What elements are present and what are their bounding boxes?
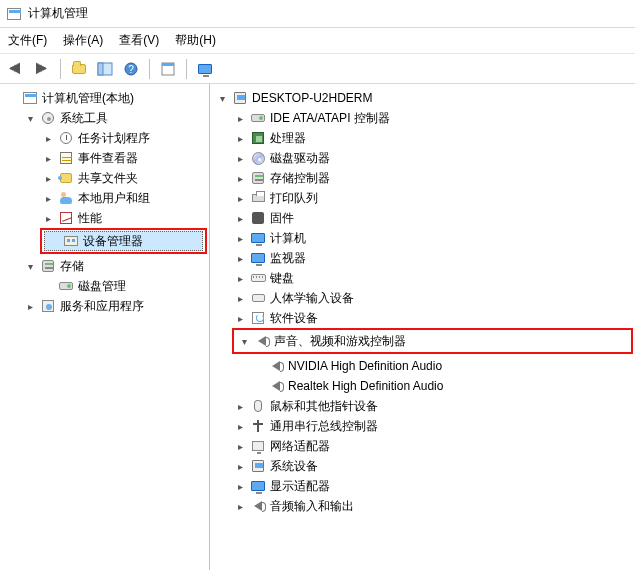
tree-storage[interactable]: ▾ 存储 <box>22 256 207 276</box>
tree-local-users[interactable]: ▸ 本地用户和组 <box>40 188 207 208</box>
tree-label: 任务计划程序 <box>78 130 150 147</box>
tree-root[interactable]: ▾ 计算机管理(本地) <box>4 88 207 108</box>
chevron-right-icon[interactable]: ▸ <box>234 480 246 492</box>
chevron-right-icon[interactable]: ▸ <box>234 500 246 512</box>
nav-forward-button[interactable]: ⯈ <box>30 58 54 80</box>
cat-cdrom[interactable]: ▸ 磁盘驱动器 <box>232 148 633 168</box>
cat-ide[interactable]: ▸ IDE ATA/ATAPI 控制器 <box>232 108 633 128</box>
nav-back-button[interactable]: ⯇ <box>4 58 28 80</box>
menu-action[interactable]: 操作(A) <box>63 32 103 49</box>
tree-label: 磁盘管理 <box>78 278 126 295</box>
cat-keyboard[interactable]: ▸ 键盘 <box>232 268 633 288</box>
menu-view[interactable]: 查看(V) <box>119 32 159 49</box>
cat-label: 固件 <box>270 210 294 227</box>
share-icon <box>58 170 74 186</box>
chevron-right-icon[interactable]: ▸ <box>234 400 246 412</box>
tree-disk-management[interactable]: ▸ 磁盘管理 <box>40 276 207 296</box>
chevron-right-icon[interactable]: ▸ <box>42 152 54 164</box>
svg-text:?: ? <box>128 64 134 75</box>
cat-sysdev[interactable]: ▸ 系统设备 <box>232 456 633 476</box>
computer-icon <box>250 230 266 246</box>
chevron-right-icon[interactable]: ▸ <box>234 272 246 284</box>
cat-firmware[interactable]: ▸ 固件 <box>232 208 633 228</box>
cat-net[interactable]: ▸ 网络适配器 <box>232 436 633 456</box>
chevron-right-icon[interactable]: ▸ <box>234 112 246 124</box>
firmware-icon <box>250 210 266 226</box>
tree-event-viewer[interactable]: ▸ 事件查看器 <box>40 148 207 168</box>
cat-computer[interactable]: ▸ 计算机 <box>232 228 633 248</box>
properties-button[interactable] <box>156 58 180 80</box>
chevron-right-icon[interactable]: ▸ <box>234 292 246 304</box>
tree-performance[interactable]: ▸ 性能 <box>40 208 207 228</box>
tree-services-apps[interactable]: ▸ 服务和应用程序 <box>22 296 207 316</box>
show-hide-tree-button[interactable] <box>93 58 117 80</box>
chevron-right-icon[interactable]: ▸ <box>42 132 54 144</box>
cat-label: 磁盘驱动器 <box>270 150 330 167</box>
up-button[interactable] <box>67 58 91 80</box>
highlight-sound-category: ▾ 声音、视频和游戏控制器 <box>232 328 633 354</box>
refresh-button[interactable] <box>193 58 217 80</box>
chevron-right-icon[interactable]: ▸ <box>42 192 54 204</box>
chevron-down-icon[interactable]: ▾ <box>238 335 250 347</box>
cat-mouse[interactable]: ▸ 鼠标和其他指针设备 <box>232 396 633 416</box>
speaker-icon <box>250 498 266 514</box>
chevron-right-icon[interactable]: ▸ <box>234 232 246 244</box>
tree-system-tools[interactable]: ▾ 系统工具 <box>22 108 207 128</box>
cat-label: 人体学输入设备 <box>270 290 354 307</box>
cat-label: IDE ATA/ATAPI 控制器 <box>270 110 390 127</box>
tree-shared-folders[interactable]: ▸ 共享文件夹 <box>40 168 207 188</box>
cat-storage-ctrl[interactable]: ▸ 存储控制器 <box>232 168 633 188</box>
cat-software[interactable]: ▸ 软件设备 <box>232 308 633 328</box>
chevron-right-icon[interactable]: ▸ <box>234 420 246 432</box>
ide-icon <box>250 110 266 126</box>
help-button[interactable]: ? <box>119 58 143 80</box>
cat-label: 存储控制器 <box>270 170 330 187</box>
cat-monitor[interactable]: ▸ 监视器 <box>232 248 633 268</box>
cat-sound[interactable]: ▾ 声音、视频和游戏控制器 <box>236 331 629 351</box>
tree-label: 系统工具 <box>60 110 108 127</box>
keyboard-icon <box>250 270 266 286</box>
storage-ctrl-icon <box>250 170 266 186</box>
chevron-right-icon[interactable]: ▸ <box>234 192 246 204</box>
chevron-right-icon[interactable]: ▸ <box>234 152 246 164</box>
chevron-right-icon[interactable]: ▸ <box>234 460 246 472</box>
chevron-right-icon[interactable]: ▸ <box>234 440 246 452</box>
chevron-right-icon[interactable]: ▸ <box>42 212 54 224</box>
cat-display[interactable]: ▸ 显示适配器 <box>232 476 633 496</box>
cat-audio-io[interactable]: ▸ 音频输入和输出 <box>232 496 633 516</box>
chevron-down-icon[interactable]: ▾ <box>24 260 36 272</box>
chevron-right-icon[interactable]: ▸ <box>24 300 36 312</box>
cat-label: 系统设备 <box>270 458 318 475</box>
chevron-right-icon[interactable]: ▸ <box>234 172 246 184</box>
tree-label: 存储 <box>60 258 84 275</box>
cat-usb[interactable]: ▸ 通用串行总线控制器 <box>232 416 633 436</box>
speaker-icon <box>268 358 284 374</box>
cat-print-queue[interactable]: ▸ 打印队列 <box>232 188 633 208</box>
chevron-right-icon[interactable]: ▸ <box>42 172 54 184</box>
cat-hid[interactable]: ▸ 人体学输入设备 <box>232 288 633 308</box>
tree-label: 本地用户和组 <box>78 190 150 207</box>
device-tree[interactable]: ▾ DESKTOP-U2HDERM ▸ IDE ATA/ATAPI 控制器 ▸ … <box>210 84 635 570</box>
menu-help[interactable]: 帮助(H) <box>175 32 216 49</box>
tree-device-manager[interactable]: ▸ 设备管理器 <box>44 231 203 251</box>
chevron-right-icon[interactable]: ▸ <box>234 132 246 144</box>
chevron-down-icon[interactable]: ▾ <box>216 92 228 104</box>
display-icon <box>250 478 266 494</box>
chevron-right-icon[interactable]: ▸ <box>234 212 246 224</box>
chevron-right-icon[interactable]: ▸ <box>234 252 246 264</box>
toolbar-separator <box>186 59 187 79</box>
dev-realtek-audio[interactable]: ▸ Realtek High Definition Audio <box>250 376 633 396</box>
cat-label: 网络适配器 <box>270 438 330 455</box>
arrow-right-icon: ⯈ <box>35 61 49 77</box>
services-icon <box>40 298 56 314</box>
mouse-icon <box>250 398 266 414</box>
tree-task-scheduler[interactable]: ▸ 任务计划程序 <box>40 128 207 148</box>
dev-nvidia-audio[interactable]: ▸ NVIDIA High Definition Audio <box>250 356 633 376</box>
console-tree[interactable]: ▾ 计算机管理(本地) ▾ 系统工具 ▸ <box>0 84 210 570</box>
cat-cpu[interactable]: ▸ 处理器 <box>232 128 633 148</box>
chevron-right-icon[interactable]: ▸ <box>234 312 246 324</box>
device-root[interactable]: ▾ DESKTOP-U2HDERM <box>214 88 633 108</box>
device-label: NVIDIA High Definition Audio <box>288 359 442 373</box>
menu-file[interactable]: 文件(F) <box>8 32 47 49</box>
chevron-down-icon[interactable]: ▾ <box>24 112 36 124</box>
